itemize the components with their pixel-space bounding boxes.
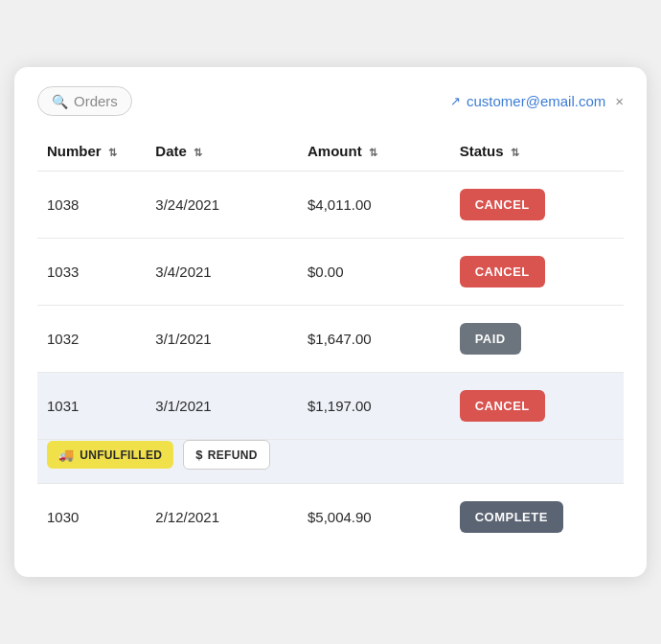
- cell-date: 3/1/2021: [146, 373, 298, 440]
- table-row: 1030 2/12/2021 $5,004.90 COMPLETE: [37, 484, 624, 551]
- cell-amount: $1,647.00: [298, 306, 450, 373]
- truck-icon: 🚚: [58, 448, 74, 462]
- cell-number: 1038: [37, 172, 146, 239]
- refund-button[interactable]: $ REFUND: [183, 440, 269, 470]
- table-row: 1033 3/4/2021 $0.00 CANCEL: [37, 239, 624, 306]
- cell-number: 1032: [37, 306, 146, 373]
- cancel-button[interactable]: CANCEL: [460, 256, 545, 288]
- sort-icon-amount: ⇅: [369, 147, 377, 158]
- cell-status: CANCEL: [450, 373, 624, 440]
- cell-amount: $1,197.00: [298, 373, 450, 440]
- cell-status: CANCEL: [450, 239, 624, 306]
- cell-amount: $5,004.90: [298, 484, 450, 551]
- search-label: Orders: [74, 93, 118, 109]
- sort-icon-status: ⇅: [511, 147, 519, 158]
- cell-number: 1031: [37, 373, 146, 440]
- dollar-icon: $: [195, 448, 203, 462]
- search-box[interactable]: 🔍 Orders: [37, 86, 132, 116]
- col-header-date[interactable]: Date ⇅: [146, 135, 298, 172]
- cell-date: 3/4/2021: [146, 239, 298, 306]
- sort-icon-number: ⇅: [108, 147, 117, 158]
- sort-icon-date: ⇅: [194, 147, 202, 158]
- table-row: 1032 3/1/2021 $1,647.00 PAID: [37, 306, 624, 373]
- cell-number: 1033: [37, 239, 146, 306]
- paid-button[interactable]: PAID: [460, 323, 521, 355]
- col-header-number[interactable]: Number ⇅: [37, 135, 146, 172]
- cell-amount: $4,011.00: [298, 172, 450, 239]
- col-header-status[interactable]: Status ⇅: [450, 135, 624, 172]
- table-row: 1031 3/1/2021 $1,197.00 CANCEL: [37, 373, 624, 440]
- table-row: 1038 3/24/2021 $4,011.00 CANCEL: [37, 172, 624, 239]
- cell-amount: $0.00: [298, 239, 450, 306]
- col-header-amount[interactable]: Amount ⇅: [298, 135, 450, 172]
- cell-status: CANCEL: [450, 172, 624, 239]
- cancel-button[interactable]: CANCEL: [460, 189, 545, 220]
- unfulfilled-badge: 🚚 UNFULFILLED: [47, 441, 173, 469]
- orders-card: 🔍 Orders ↗ customer@email.com × Number ⇅…: [14, 67, 647, 577]
- email-address: customer@email.com: [467, 93, 605, 109]
- cell-status: COMPLETE: [450, 484, 624, 551]
- cell-status: PAID: [450, 306, 624, 373]
- external-link-icon: ↗: [450, 94, 461, 108]
- search-icon: 🔍: [52, 94, 68, 109]
- cell-date: 2/12/2021: [146, 484, 298, 551]
- cell-date: 3/24/2021: [146, 172, 298, 239]
- cell-number: 1030: [37, 484, 146, 551]
- table-header-row: Number ⇅ Date ⇅ Amount ⇅ Status ⇅: [37, 135, 624, 172]
- cell-date: 3/1/2021: [146, 306, 298, 373]
- refund-label: REFUND: [208, 448, 258, 462]
- close-icon[interactable]: ×: [615, 93, 624, 109]
- expanded-row: 🚚 UNFULFILLED $ REFUND: [37, 440, 624, 484]
- expanded-content: 🚚 UNFULFILLED $ REFUND: [47, 440, 614, 470]
- top-bar: 🔍 Orders ↗ customer@email.com ×: [37, 86, 624, 116]
- cancel-button[interactable]: CANCEL: [460, 390, 545, 422]
- email-link[interactable]: ↗ customer@email.com ×: [450, 93, 624, 109]
- orders-table: Number ⇅ Date ⇅ Amount ⇅ Status ⇅ 1038: [37, 135, 624, 550]
- complete-button[interactable]: COMPLETE: [460, 501, 563, 533]
- unfulfilled-label: UNFULFILLED: [80, 448, 162, 462]
- expanded-cell: 🚚 UNFULFILLED $ REFUND: [37, 440, 624, 484]
